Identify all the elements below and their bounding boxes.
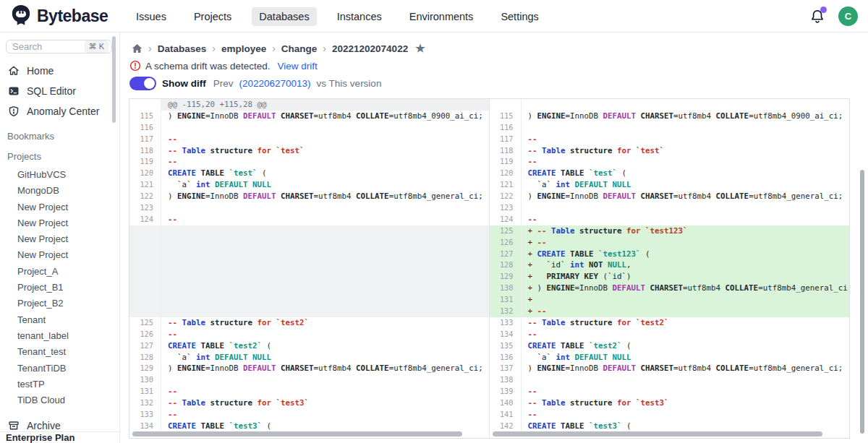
projects-section-label[interactable]: Projects xyxy=(0,151,119,162)
code-line: @@ -115,20 +115,28 @@ xyxy=(161,99,489,111)
sidebar-scrollbar[interactable] xyxy=(112,36,116,123)
sidebar-item-sql-editor[interactable]: SQL Editor xyxy=(0,81,119,101)
line-number xyxy=(129,225,161,237)
breadcrumb-item-change[interactable]: Change xyxy=(281,43,318,54)
code-line xyxy=(161,294,489,306)
breadcrumb: ›Databases›employee›Change›2022120207402… xyxy=(132,42,425,55)
line-number: 119 xyxy=(490,156,522,168)
terminal-icon xyxy=(8,85,20,97)
diff-right-row-126: 126+ -- xyxy=(490,237,850,249)
diff-right-row-139: 139-- xyxy=(490,386,850,397)
line-number: 138 xyxy=(490,374,522,386)
avatar[interactable]: C xyxy=(838,7,858,26)
sidebar-project-tenanttidb[interactable]: TenantTiDB xyxy=(0,361,119,377)
search-box[interactable]: ⌘ K xyxy=(6,40,112,53)
breadcrumb-item-20221202074022[interactable]: 20221202074022 xyxy=(332,43,408,54)
diff-left-row-130: 130 xyxy=(129,374,489,386)
diff-left-row xyxy=(129,294,489,306)
nav-item-issues[interactable]: Issues xyxy=(129,7,174,26)
code-line: -- xyxy=(161,156,489,168)
code-line xyxy=(161,283,489,294)
line-number: 137 xyxy=(490,363,522,374)
main-content: ›Databases›employee›Change›2022120207402… xyxy=(120,33,868,443)
sidebar-project-testtp[interactable]: testTP xyxy=(0,377,119,392)
prev-version-link[interactable]: (202206270013) xyxy=(239,78,311,89)
diff-right-row-136: 136 `a` int DEFAULT NULL xyxy=(490,352,850,364)
diff-left-row-134: 134CREATE TABLE `test3` ( xyxy=(129,421,489,432)
line-number: 127 xyxy=(490,249,522,260)
search-input[interactable] xyxy=(12,41,76,52)
line-number xyxy=(129,294,161,306)
nav-item-instances[interactable]: Instances xyxy=(330,7,389,26)
sidebar-project-tidb-cloud[interactable]: TiDB Cloud xyxy=(0,392,119,408)
diff-left-row-118: 118-- Table structure for `test` xyxy=(129,145,489,157)
nav-item-environments[interactable]: Environments xyxy=(402,7,481,26)
brand[interactable]: Bytebase xyxy=(10,4,108,27)
primary-nav: IssuesProjectsDatabasesInstancesEnvironm… xyxy=(129,0,546,33)
code-line: CREATE TABLE `test3` ( xyxy=(522,421,850,432)
line-number: 120 xyxy=(129,168,161,179)
diff-left-row-121: 121 `a` int DEFAULT NULL xyxy=(129,179,489,191)
line-number: 117 xyxy=(490,134,522,145)
code-line xyxy=(161,259,489,271)
sidebar-project-new-project[interactable]: New Project xyxy=(0,247,119,263)
sidebar-project-new-project[interactable]: New Project xyxy=(0,199,119,215)
line-number: 117 xyxy=(129,134,161,145)
schema-diff-view: @@ -115,20 +115,28 @@115) ENGINE=InnoDB … xyxy=(129,98,850,439)
diff-right-row-123: 123 xyxy=(490,202,850,214)
sidebar-project-new-project[interactable]: New Project xyxy=(0,231,119,247)
star-icon[interactable]: ★ xyxy=(415,42,425,55)
line-number: 136 xyxy=(490,352,522,364)
shield-icon xyxy=(8,106,20,117)
sidebar-project-new-project[interactable]: New Project xyxy=(0,215,119,231)
line-number: 124 xyxy=(490,214,522,225)
sidebar-item-anomaly-center[interactable]: Anomaly Center xyxy=(0,101,119,121)
notifications-button[interactable] xyxy=(809,9,825,25)
page-vertical-scrollbar[interactable] xyxy=(860,170,864,434)
sidebar-project-mongodb[interactable]: MongoDB xyxy=(0,183,119,199)
sidebar-item-home[interactable]: Home xyxy=(0,61,119,81)
breadcrumb-item-databases[interactable]: Databases xyxy=(158,43,207,54)
right-horizontal-scrollbar[interactable] xyxy=(493,431,822,436)
code-line: CREATE TABLE `test3` ( xyxy=(161,421,489,432)
line-number: 125 xyxy=(129,317,161,329)
home-icon[interactable] xyxy=(132,43,142,53)
sidebar-project-tenant-label[interactable]: tenant_label xyxy=(0,328,119,344)
code-line: + xyxy=(522,294,850,306)
diff-right-row-118: 118-- Table structure for `test` xyxy=(490,145,850,157)
sidebar-item-archive[interactable]: Archive xyxy=(0,419,119,431)
diff-left-row-128: 128 `a` int DEFAULT NULL xyxy=(129,352,489,364)
sidebar-project-tenant-test[interactable]: Tenant_test xyxy=(0,344,119,360)
breadcrumb-item-employee[interactable]: employee xyxy=(221,43,266,54)
sidebar: ⌘ K HomeSQL EditorAnomaly Center Bookmar… xyxy=(0,33,120,443)
sidebar-project-project-a[interactable]: Project_A xyxy=(0,264,119,280)
diff-right-row-121: 121 `a` int DEFAULT NULL xyxy=(490,179,850,191)
sidebar-project-project-b1[interactable]: Project_B1 xyxy=(0,280,119,296)
diff-right-row-127: 127+ CREATE TABLE `test123` ( xyxy=(490,249,850,260)
plan-badge: Enterprise Plan xyxy=(0,431,119,443)
code-line: -- Table structure for `test3` xyxy=(522,397,850,409)
view-drift-link[interactable]: View drift xyxy=(278,61,318,72)
archive-icon xyxy=(8,420,20,431)
sidebar-project-tenant[interactable]: Tenant xyxy=(0,312,119,328)
bookmarks-section-label[interactable]: Bookmarks xyxy=(0,131,119,142)
show-diff-toggle[interactable] xyxy=(129,77,156,90)
sidebar-item-label: Home xyxy=(27,65,54,77)
alert-circle-icon xyxy=(129,60,141,72)
left-horizontal-scrollbar[interactable] xyxy=(132,431,462,436)
code-line: -- xyxy=(522,386,850,397)
line-number: 122 xyxy=(490,191,522,202)
line-number: 130 xyxy=(129,374,161,386)
line-number: 140 xyxy=(490,397,522,409)
nav-item-settings[interactable]: Settings xyxy=(493,7,545,26)
line-number: 115 xyxy=(490,111,522,122)
nav-item-databases[interactable]: Databases xyxy=(252,7,316,26)
code-line: -- Table structure for `test3` xyxy=(161,397,489,409)
diff-left-row-131: 131-- xyxy=(129,386,489,397)
diff-right-row-119: 119-- xyxy=(490,156,850,168)
nav-item-projects[interactable]: Projects xyxy=(187,7,239,26)
line-number: 134 xyxy=(490,329,522,340)
sidebar-project-githubvcs[interactable]: GitHubVCS xyxy=(0,167,119,183)
sidebar-project-project-b2[interactable]: Project_B2 xyxy=(0,296,119,311)
line-number xyxy=(129,283,161,294)
